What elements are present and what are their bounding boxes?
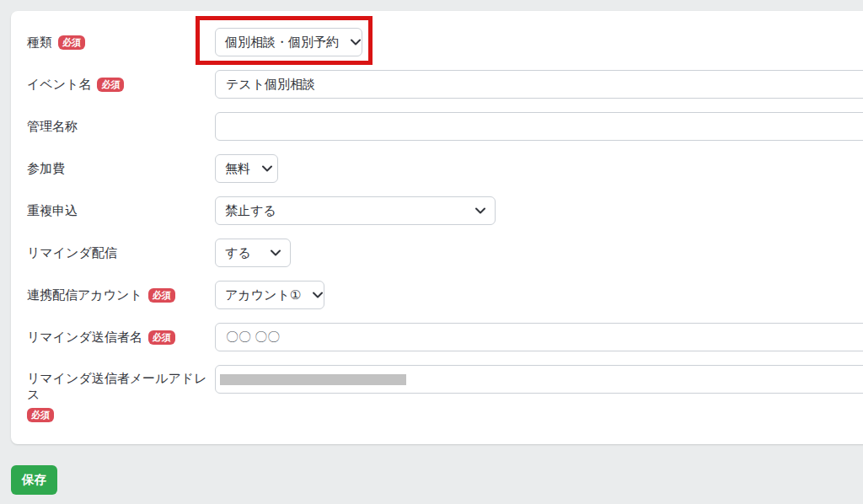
form-row-reminder-sender-name: リマインダ送信者名 必須 <box>27 323 863 351</box>
linked-account-select[interactable]: アカウント① <box>215 281 324 309</box>
field-label-group: リマインダ送信者名 必須 <box>27 330 215 346</box>
form-row-reminder-delivery: リマインダ配信 する <box>27 239 863 267</box>
admin-name-input[interactable] <box>215 112 863 141</box>
required-badge: 必須 <box>27 408 54 422</box>
event-name-input[interactable] <box>215 70 863 99</box>
reminder-sender-email-label: リマインダ送信者メールアドレス <box>27 371 215 403</box>
field-control: する <box>215 239 863 267</box>
reminder-delivery-select[interactable]: する <box>215 239 291 267</box>
form-row-linked-account: 連携配信アカウント 必須 アカウント① <box>27 281 863 309</box>
save-button[interactable]: 保存 <box>11 465 57 495</box>
fee-select[interactable]: 無料 <box>215 154 278 183</box>
reminder-delivery-label: リマインダ配信 <box>27 245 117 261</box>
duplicate-application-label: 重複申込 <box>27 203 78 219</box>
field-label-group: 連携配信アカウント 必須 <box>27 287 215 303</box>
select-value: アカウント① <box>225 287 301 303</box>
field-control <box>215 112 863 141</box>
form-row-event-name: イベント名 必須 <box>27 70 863 99</box>
field-control <box>215 365 863 394</box>
form-row-type: 種類 必須 個別相談・個別予約 <box>27 28 863 56</box>
form-row-duplicate-application: 重複申込 禁止する <box>27 196 863 225</box>
chevron-down-icon <box>313 292 323 298</box>
field-label-group: 重複申込 <box>27 203 215 219</box>
duplicate-application-select[interactable]: 禁止する <box>215 196 496 225</box>
field-label-group: リマインダ送信者メールアドレス 必須 <box>27 365 215 422</box>
form-row-reminder-sender-email: リマインダ送信者メールアドレス 必須 <box>27 365 863 422</box>
type-select[interactable]: 個別相談・個別予約 <box>215 28 362 56</box>
field-control: アカウント① <box>215 281 863 309</box>
select-value: 無料 <box>225 161 250 177</box>
required-badge: 必須 <box>58 35 85 50</box>
admin-name-label: 管理名称 <box>27 119 78 135</box>
field-label-group: イベント名 必須 <box>27 77 215 93</box>
reminder-sender-name-input[interactable] <box>215 323 863 351</box>
field-control: 個別相談・個別予約 <box>215 28 863 56</box>
field-label-group: 管理名称 <box>27 119 215 135</box>
chevron-down-icon <box>262 165 272 172</box>
field-control <box>215 323 863 351</box>
highlight-wrapper: 個別相談・個別予約 <box>215 28 362 56</box>
redacted-email-value <box>220 374 406 385</box>
chevron-down-icon <box>475 207 485 214</box>
event-settings-form-card: 種類 必須 個別相談・個別予約 イベント名 必須 <box>11 11 863 444</box>
field-label-group: 参加費 <box>27 161 215 177</box>
field-control <box>215 70 863 99</box>
chevron-down-icon <box>351 39 361 46</box>
field-label-group: 種類 必須 <box>27 35 215 51</box>
required-badge: 必須 <box>148 288 175 303</box>
event-name-label: イベント名 <box>27 77 91 93</box>
field-control: 無料 <box>215 154 863 183</box>
reminder-sender-email-input[interactable] <box>215 365 863 394</box>
chevron-down-icon <box>271 249 281 256</box>
field-label-group: リマインダ配信 <box>27 245 215 261</box>
required-badge: 必須 <box>148 330 175 345</box>
linked-account-label: 連携配信アカウント <box>27 287 142 303</box>
select-value: する <box>225 245 251 261</box>
required-badge: 必須 <box>97 78 124 92</box>
form-row-fee: 参加費 無料 <box>27 154 863 183</box>
select-value: 個別相談・個別予約 <box>225 35 339 51</box>
field-control: 禁止する <box>215 196 863 225</box>
type-label: 種類 <box>27 35 52 51</box>
reminder-sender-name-label: リマインダ送信者名 <box>27 330 142 346</box>
select-value: 禁止する <box>225 203 276 219</box>
form-row-admin-name: 管理名称 <box>27 112 863 141</box>
fee-label: 参加費 <box>27 161 65 177</box>
